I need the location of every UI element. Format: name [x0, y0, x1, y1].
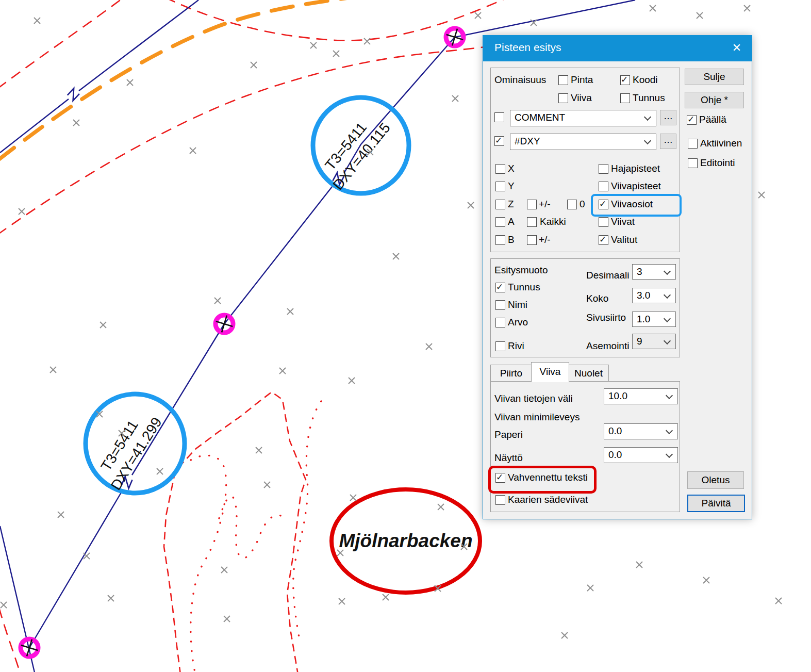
survey-point-marker — [279, 368, 286, 374]
arvo-checkbox[interactable] — [495, 318, 505, 327]
survey-point-marker — [468, 202, 474, 208]
viivat-label: Viivat — [611, 216, 635, 227]
survey-point-marker — [73, 120, 79, 126]
sulje-button[interactable]: Sulje — [685, 69, 744, 85]
chevron-down-icon — [664, 268, 671, 275]
paivita-button[interactable]: Päivitä — [687, 495, 745, 512]
editointi-checkbox[interactable] — [688, 158, 698, 168]
survey-point-marker — [697, 12, 703, 19]
b-plusminus-checkbox[interactable] — [527, 235, 537, 245]
x-checkbox[interactable] — [495, 164, 505, 174]
place-label: Mjölnarbacken — [339, 530, 472, 551]
tab-piirto[interactable]: Piirto — [490, 365, 532, 382]
z-zero-label: 0 — [580, 199, 585, 210]
ohje-button[interactable]: Ohje * — [685, 92, 744, 108]
asemointi-label: Asemointi — [586, 340, 629, 352]
nimi-checkbox[interactable] — [495, 300, 505, 310]
close-icon[interactable]: ✕ — [722, 36, 752, 61]
viivat-checkbox[interactable] — [599, 217, 608, 227]
attr1-checkbox[interactable] — [494, 112, 504, 122]
naytto-label: Näyttö — [494, 452, 523, 464]
koodi-checkbox[interactable]: ✓ — [620, 75, 630, 85]
survey-point-marker — [251, 62, 257, 68]
sivusiirto-combobox[interactable]: 1.0 — [632, 312, 676, 327]
survey-point-marker — [50, 367, 56, 373]
z-zero-checkbox[interactable] — [567, 200, 577, 209]
survey-point-marker — [310, 42, 317, 48]
z-checkbox[interactable] — [495, 200, 505, 209]
survey-point-marker — [636, 562, 642, 568]
desimaali-combobox[interactable]: 3 — [632, 264, 676, 280]
aktiivinen-checkbox[interactable] — [688, 139, 698, 149]
chevron-down-icon — [664, 337, 671, 345]
y-label: Y — [508, 181, 515, 192]
a-checkbox[interactable] — [495, 217, 505, 227]
esitysmuoto-label: Esitysmuoto — [494, 265, 548, 276]
koko-combobox[interactable]: 3.0 — [632, 288, 676, 303]
asemointi-combobox[interactable]: 9 — [632, 334, 676, 349]
z-label: Z — [508, 199, 514, 210]
z-plusminus-checkbox[interactable] — [527, 200, 537, 209]
esitys-tunnus-checkbox[interactable]: ✓ — [495, 283, 505, 292]
survey-point-marker — [703, 577, 709, 583]
survey-point-marker — [350, 495, 356, 501]
survey-point-marker — [744, 5, 750, 11]
tab-viiva[interactable]: Viiva — [531, 362, 569, 382]
esitys-tunnus-label: Tunnus — [508, 282, 540, 293]
survey-point-marker — [561, 632, 568, 638]
y-checkbox[interactable] — [495, 182, 505, 191]
viiva-checkbox[interactable] — [558, 93, 568, 103]
oletus-button[interactable]: Oletus — [687, 471, 744, 489]
survey-point-marker — [364, 38, 370, 44]
area-inner-dotted — [293, 401, 321, 637]
tunnus-checkbox[interactable] — [620, 93, 630, 103]
survey-point-marker — [333, 51, 339, 57]
naytto-combobox[interactable]: 0.0 — [604, 447, 678, 463]
b-checkbox[interactable] — [495, 235, 505, 245]
paalla-checkbox[interactable]: ✓ — [687, 115, 697, 125]
hajapisteet-checkbox[interactable] — [599, 164, 608, 174]
survey-point-marker — [264, 482, 270, 488]
desimaali-label: Desimaali — [586, 270, 629, 281]
rivi-checkbox[interactable] — [495, 341, 505, 351]
tab-nuolet[interactable]: Nuolet — [568, 365, 609, 382]
viivapisteet-checkbox[interactable] — [599, 182, 608, 191]
viiva-label: Viiva — [571, 92, 592, 104]
chevron-down-icon — [666, 392, 673, 399]
a-label: A — [508, 216, 515, 227]
b-plusminus-label: +/- — [539, 234, 551, 245]
pinta-checkbox[interactable] — [558, 75, 568, 85]
contour-dashed-line — [165, 0, 511, 41]
contour-dashed-line — [0, 47, 485, 235]
attr2-checkbox[interactable]: ✓ — [494, 136, 504, 146]
valitut-checkbox[interactable]: ✓ — [599, 235, 608, 245]
attr1-more-button[interactable]: … — [660, 110, 676, 125]
attr2-more-button[interactable]: … — [660, 134, 676, 149]
viivaosiot-highlight — [591, 194, 682, 217]
koodi-label: Koodi — [633, 74, 658, 86]
kaarien-checkbox[interactable] — [495, 495, 505, 505]
survey-point-marker — [587, 585, 593, 591]
survey-point-marker — [224, 616, 230, 622]
valitut-label: Valitut — [611, 234, 637, 245]
survey-point-marker — [256, 447, 262, 453]
survey-point-marker — [775, 598, 782, 604]
pisteen-esitys-dialog: Pisteen esitys ✕ Ominaisuus Pinta ✓ Kood… — [483, 35, 752, 519]
chevron-down-icon — [644, 137, 651, 144]
survey-point-marker — [349, 378, 355, 384]
tunnus-label: Tunnus — [633, 92, 665, 104]
paperi-combobox[interactable]: 0.0 — [604, 423, 678, 439]
survey-point-marker — [190, 147, 196, 154]
survey-point-marker — [127, 79, 133, 86]
attr2-combobox[interactable]: #DXY — [510, 134, 656, 150]
ominaisuus-label: Ominaisuus — [494, 74, 546, 86]
area-inner-dotted — [191, 455, 226, 672]
dialog-title: Pisteen esitys — [494, 41, 561, 54]
attr1-combobox[interactable]: COMMENT — [510, 110, 656, 126]
chevron-down-icon — [666, 451, 673, 458]
survey-point-marker — [650, 5, 656, 11]
dialog-titlebar[interactable]: Pisteen esitys ✕ — [483, 36, 752, 61]
kaikki-checkbox[interactable] — [527, 217, 537, 227]
tietojen-vali-combobox[interactable]: 10.0 — [604, 388, 678, 404]
survey-point-marker — [19, 208, 25, 215]
